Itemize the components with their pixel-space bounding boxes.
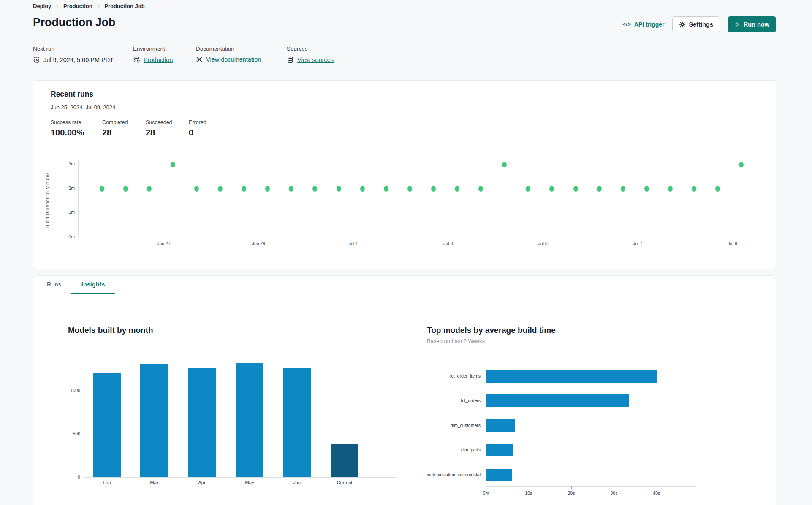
x-tick-mark <box>614 486 614 489</box>
x-tick-mark <box>529 486 529 489</box>
stat-value: 100.00% <box>51 128 102 138</box>
x-tick-mark <box>486 486 486 489</box>
alarm-clock-icon <box>33 56 40 63</box>
x-tick-label: 20s <box>561 491 582 496</box>
run-duration-point <box>289 186 293 192</box>
x-axis-line <box>78 237 751 237</box>
x-tick-label: Jul 1 <box>341 241 366 246</box>
x-tick-mark <box>657 486 657 489</box>
run-duration-point <box>218 186 223 192</box>
model-label: fct_orders <box>388 398 481 403</box>
run-duration-point <box>384 186 388 192</box>
x-category-label: Mar <box>137 480 171 485</box>
breadcrumb-production[interactable]: Production <box>63 3 92 9</box>
environment-link[interactable]: Production <box>144 57 173 63</box>
run-duration-point <box>502 162 507 167</box>
x-tick-label: 30s <box>603 491 625 496</box>
x-tick-label: Jun 27 <box>151 241 177 246</box>
settings-button[interactable]: Settings <box>672 16 720 32</box>
model-label: dim_parts <box>388 447 481 452</box>
next-run-value: Jul 9, 2024, 5:00 PM PDT <box>43 57 114 63</box>
run-duration-point <box>194 186 199 192</box>
view-sources-link[interactable]: View sources <box>297 57 334 63</box>
environment-group: Environment Production <box>121 46 185 63</box>
run-duration-point <box>644 186 649 192</box>
stat-succeeded: Succeeded 28 <box>146 119 189 138</box>
run-duration-point <box>147 186 152 192</box>
tab-runs[interactable]: Runs <box>37 276 71 294</box>
x-tick-label: 40s <box>646 491 667 496</box>
recent-runs-title: Recent runs <box>51 90 93 99</box>
run-duration-point <box>242 186 246 192</box>
run-duration-point <box>431 186 436 192</box>
y-tick-label: 500 <box>63 431 80 436</box>
tab-insights[interactable]: Insights <box>71 276 115 294</box>
database-gear-icon <box>133 56 140 63</box>
y-tick-label: 2m <box>62 186 75 191</box>
run-duration-point <box>621 186 625 192</box>
x-tick-mark <box>571 486 572 489</box>
x-axis-line <box>486 486 695 487</box>
run-duration-point <box>597 186 602 192</box>
model-label: dim_customers <box>388 423 481 428</box>
run-duration-point <box>265 186 270 192</box>
x-category-label: Jun <box>280 480 314 485</box>
x-tick-label: 0m <box>475 491 497 496</box>
run-duration-point <box>715 186 720 192</box>
database-stack-icon <box>287 56 294 63</box>
code-icon: </> <box>622 22 631 27</box>
stat-label: Completed <box>102 119 146 125</box>
y-axis-line <box>84 353 84 477</box>
top-models-title: Top models by average build time <box>427 326 556 335</box>
model-bar-materialization_incremental <box>486 469 512 481</box>
model-label: fct_order_items <box>388 373 481 378</box>
production-job-page: Deploy › Production › Production Job Pro… <box>0 0 812 505</box>
stat-errored: Errored 0 <box>189 119 206 138</box>
stat-label: Succeeded <box>146 119 189 125</box>
run-duration-point <box>455 186 459 192</box>
x-tick-label: Jul 3 <box>435 241 461 246</box>
run-duration-point <box>337 186 341 192</box>
environment-label: Environment <box>133 46 185 52</box>
run-duration-point <box>573 186 578 192</box>
stat-completed: Completed 28 <box>102 119 146 138</box>
run-duration-point <box>312 186 317 192</box>
build-duration-scatter-chart: Build Duration in Minutes 0m1m2m3mJun 27… <box>33 152 777 251</box>
y-tick-label: 1m <box>62 210 75 215</box>
y-axis-line <box>78 160 79 237</box>
month-bar-current <box>331 444 358 477</box>
model-bar-dim_customers <box>486 419 515 432</box>
gear-icon <box>679 21 686 28</box>
model-label: materialization_incremental <box>388 472 481 477</box>
model-bar-fct_order_items <box>486 370 657 383</box>
run-duration-point <box>171 162 175 167</box>
settings-label: Settings <box>689 21 713 28</box>
tab-bar: Runs Insights <box>33 276 776 294</box>
stat-value: 28 <box>146 128 189 138</box>
chevron-right-icon: › <box>56 3 58 9</box>
x-category-label: Apr <box>185 480 219 485</box>
next-run-group: Next run Jul 9, 2024, 5:00 PM PDT <box>33 46 121 63</box>
job-meta-row: Next run Jul 9, 2024, 5:00 PM PDT Enviro… <box>33 46 334 63</box>
month-bar-may <box>236 363 263 477</box>
run-now-button[interactable]: Run now <box>728 16 776 32</box>
month-bar-apr <box>188 368 216 477</box>
top-models-subtitle: Based on Last 2 Weeks <box>427 338 485 344</box>
x-tick-label: 10s <box>518 491 539 496</box>
run-duration-point <box>526 186 530 192</box>
y-tick-label: 0 <box>63 475 80 480</box>
run-duration-point <box>478 186 483 192</box>
dbt-logo-icon <box>196 56 203 63</box>
x-category-label: May <box>233 480 266 485</box>
page-title: Production Job <box>33 16 115 29</box>
breadcrumb-deploy[interactable]: Deploy <box>33 3 51 9</box>
run-duration-point <box>407 186 412 192</box>
x-tick-label: Jul 5 <box>530 241 556 246</box>
models-by-month-title: Models built by month <box>68 326 153 335</box>
month-bar-feb <box>93 373 121 477</box>
api-trigger-link[interactable]: </> API trigger <box>622 21 665 28</box>
month-bar-jun <box>283 368 311 477</box>
api-trigger-label: API trigger <box>634 21 665 28</box>
view-documentation-link[interactable]: View documentation <box>206 56 261 63</box>
stat-success-rate: Success rate 100.00% <box>51 119 102 138</box>
